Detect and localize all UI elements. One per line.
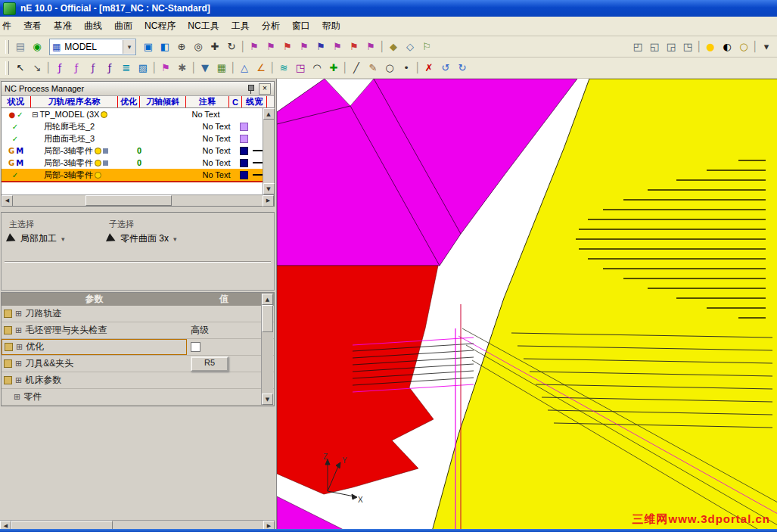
filter-icon[interactable]: ▼ xyxy=(197,61,213,76)
pick-cursor-icon[interactable]: ↖ xyxy=(12,61,29,76)
single-window-icon[interactable]: ◰ xyxy=(629,39,646,54)
color-swatch[interactable] xyxy=(240,171,248,179)
hatch-icon[interactable]: ▨ xyxy=(135,61,151,76)
param-row[interactable]: ⊞ 机床参数 xyxy=(2,372,274,389)
param-vertical-scrollbar[interactable]: ▲ ▼ xyxy=(261,294,273,405)
ucs-create-icon[interactable]: ƒ xyxy=(51,61,68,76)
view-back-icon[interactable]: ⚑ xyxy=(312,39,329,54)
param-row[interactable]: ⊞ 毛坯管理与夹头检查 高级 xyxy=(2,322,274,339)
view-left-icon[interactable]: ⚑ xyxy=(329,39,346,54)
param-row[interactable]: ⊞ 刀具&&夹头 R5 xyxy=(2,356,274,372)
model-selector-combo[interactable]: ▦ MODEL ▾ xyxy=(49,39,136,55)
sketch-icon[interactable]: ✎ xyxy=(365,61,381,76)
param-label-cell[interactable]: ⊞ 优化 xyxy=(2,339,187,355)
nc-column-header[interactable]: 线宽 xyxy=(242,96,267,107)
menu-nc-tools[interactable]: NC工具 xyxy=(182,17,225,35)
bulb-half-icon[interactable]: ◐ xyxy=(719,39,735,54)
param-label-cell[interactable]: ⊞ 刀路轨迹 xyxy=(2,306,187,322)
nc-column-header[interactable]: 刀轴倾斜 xyxy=(140,96,186,107)
row-color-cell[interactable] xyxy=(227,108,239,120)
annotation-flag-icon[interactable]: ⚐ xyxy=(418,39,435,54)
ucs-activate-icon[interactable]: ƒ xyxy=(68,61,85,76)
nc-column-header[interactable]: 刀轨/程序名称 xyxy=(31,96,118,107)
magnifier-icon[interactable]: ◎ xyxy=(190,39,207,54)
scroll-thumb[interactable] xyxy=(262,305,273,332)
row-color-cell[interactable] xyxy=(238,157,250,169)
nc-vertical-scrollbar[interactable]: ▲ ▼ xyxy=(263,108,274,194)
view-bottom-icon[interactable]: ⚑ xyxy=(346,39,362,54)
scroll-right-icon[interactable]: ▶ xyxy=(263,195,274,207)
scroll-left-icon[interactable]: ◀ xyxy=(2,195,13,207)
param-value-cell[interactable] xyxy=(187,306,261,322)
row-color-cell[interactable] xyxy=(238,145,250,157)
quick-select-icon[interactable]: ↘ xyxy=(29,61,45,76)
view-iso-icon[interactable]: ⚑ xyxy=(296,39,312,54)
param-label-cell[interactable]: ⊞ 刀具&&夹头 xyxy=(2,356,187,372)
title-bar[interactable]: nE 10.0 - Official - [m817_NC : NC-Stand… xyxy=(0,0,777,17)
bounding-box-icon[interactable]: ◳ xyxy=(292,61,309,76)
menu-nc-program[interactable]: NC程序 xyxy=(138,17,182,35)
bulb-icon[interactable] xyxy=(101,111,107,118)
preferences-icon[interactable]: ✱ xyxy=(174,61,191,76)
view-front-icon[interactable]: ⚑ xyxy=(263,39,279,54)
arc-icon[interactable]: ◠ xyxy=(309,61,325,76)
r5-button[interactable]: R5 xyxy=(191,356,228,372)
param-label-cell[interactable]: ⊞ 机床参数 xyxy=(2,372,187,388)
color-swatch[interactable] xyxy=(240,147,248,155)
pin-icon[interactable] xyxy=(247,84,254,94)
bulb-icon[interactable] xyxy=(95,160,101,166)
view-top-icon[interactable]: ⚑ xyxy=(246,39,263,54)
checkbox[interactable] xyxy=(191,342,200,352)
main-selection-control[interactable]: 局部加工 ▾ xyxy=(8,232,65,245)
toolbar-grip[interactable] xyxy=(5,40,9,54)
menu-help[interactable]: 帮助 xyxy=(316,17,347,35)
menu-curve[interactable]: 曲线 xyxy=(78,17,108,35)
table-row[interactable]: G M 局部-3轴零件 0 No Text xyxy=(2,145,274,157)
levels-icon[interactable]: ≣ xyxy=(118,61,135,76)
nc-column-header[interactable]: 状况 xyxy=(2,96,31,107)
ucs-by-geometry-icon[interactable]: ƒ xyxy=(85,61,101,76)
model-canvas[interactable]: Z Y X xyxy=(277,79,777,531)
bulb-icon[interactable] xyxy=(96,124,101,129)
combo-dropdown-icon[interactable]: ▾ xyxy=(123,40,135,54)
close-icon[interactable]: × xyxy=(259,83,271,95)
param-value-cell[interactable] xyxy=(187,339,261,355)
menu-tools[interactable]: 工具 xyxy=(225,17,256,35)
menu-analysis[interactable]: 分析 xyxy=(256,17,286,35)
menu-datum[interactable]: 基准 xyxy=(48,17,78,35)
color-swatch[interactable] xyxy=(240,123,248,131)
undo-icon[interactable]: ↺ xyxy=(437,61,454,76)
zoom-in-icon[interactable]: ⊕ xyxy=(173,39,190,54)
color-swatch[interactable] xyxy=(240,159,248,167)
wireframe-display-icon[interactable]: ◇ xyxy=(402,39,418,54)
menu-surface[interactable]: 曲面 xyxy=(108,17,138,35)
two-window-icon[interactable]: ◱ xyxy=(646,39,663,54)
bulb-icon[interactable] xyxy=(96,136,101,142)
viewport-3d[interactable]: Z Y X 三维网www.3dportal.cn xyxy=(276,79,777,531)
sub-selection-control[interactable]: 零件曲面 3x ▾ xyxy=(107,232,177,245)
measure-distance-icon[interactable]: △ xyxy=(236,61,253,76)
table-row[interactable]: G M 局部-3轴零件 0 No Text xyxy=(2,157,274,169)
menu-view[interactable]: 查看 xyxy=(17,17,48,35)
nc-horizontal-scrollbar[interactable]: ◀ ▶ xyxy=(2,194,274,206)
pan-icon[interactable]: ✚ xyxy=(207,39,223,54)
more-options-icon[interactable]: ▾ xyxy=(758,39,775,54)
param-label-cell[interactable]: ⊞ 零件 xyxy=(2,389,187,405)
menu-file[interactable]: 件 xyxy=(0,17,17,35)
bulb-on-icon[interactable]: ● xyxy=(702,39,719,54)
grid-display-icon[interactable]: ▦ xyxy=(213,61,230,76)
chevron-down-icon[interactable]: ▾ xyxy=(173,235,177,243)
param-label-cell[interactable]: ⊞ 毛坯管理与夹头检查 xyxy=(2,322,187,338)
flag-icon[interactable]: ⚑ xyxy=(157,61,174,76)
bulb-off-icon[interactable]: ○ xyxy=(735,39,752,54)
measure-angle-icon[interactable]: ∠ xyxy=(253,61,269,76)
table-row[interactable]: ● ✓ ⊟ TP_MODEL (3X No T xyxy=(2,108,274,120)
circle-icon[interactable]: ○ xyxy=(381,61,398,76)
scroll-up-icon[interactable]: ▲ xyxy=(262,294,273,305)
rotate-view-icon[interactable]: ↻ xyxy=(223,39,240,54)
menu-window[interactable]: 窗口 xyxy=(286,17,316,35)
delete-icon[interactable]: ✗ xyxy=(421,61,437,76)
toolbar-grip[interactable] xyxy=(5,61,9,75)
color-swatch[interactable] xyxy=(230,111,237,118)
param-value-cell[interactable] xyxy=(187,372,261,388)
